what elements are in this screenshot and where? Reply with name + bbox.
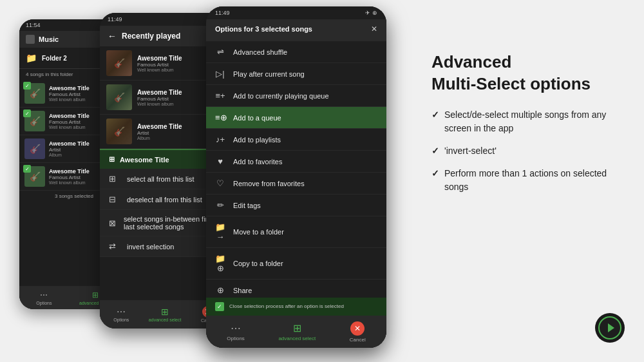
copy-folder-icon: 📁⊕ bbox=[215, 254, 225, 273]
front-cancel-label: Cancel bbox=[350, 337, 366, 343]
add-queue-item[interactable]: ≡+ Add to currently playing queue bbox=[206, 85, 386, 107]
feature-heading-line2: Multi-Select options bbox=[431, 74, 591, 93]
options-btn[interactable]: ⋯ Options bbox=[113, 307, 129, 322]
song-thumbnail: 🎸 bbox=[106, 119, 132, 144]
options-label: Options bbox=[113, 318, 129, 322]
front-header: Options for 3 selected songs ✕ bbox=[206, 19, 386, 41]
music-folder-icon bbox=[26, 35, 35, 44]
playlist-icon: ♪+ bbox=[215, 135, 225, 144]
front-options-icon: ⋯ bbox=[231, 322, 241, 334]
back-time: 11:54 bbox=[26, 22, 41, 28]
play-triangle-icon bbox=[608, 323, 614, 332]
close-icon[interactable]: ✕ bbox=[371, 24, 377, 33]
folder-name: Folder 2 bbox=[42, 55, 67, 62]
check-icon: ✓ bbox=[23, 110, 31, 117]
copy-folder-item[interactable]: 📁⊕ Copy to a folder bbox=[206, 248, 386, 280]
share-label: Share bbox=[233, 287, 252, 294]
play-after-icon: ▷| bbox=[215, 69, 225, 79]
remove-favorites-label: Remove from favorites bbox=[233, 180, 305, 187]
add-playlists-item[interactable]: ♪+ Add to playlists bbox=[206, 129, 386, 151]
advanced-select-icon: ⊞ bbox=[161, 307, 169, 317]
share-icon: ⊕ bbox=[215, 285, 225, 295]
feature-list: Select/de-select multiple songs from any… bbox=[431, 108, 625, 194]
add-playlists-label: Add to playlists bbox=[233, 136, 281, 144]
select-all-icon: ⊞ bbox=[109, 174, 119, 184]
song-album: Album bbox=[137, 136, 207, 140]
song-info: Awesome Title Famous Artist Well known a… bbox=[137, 55, 207, 72]
front-cancel-btn[interactable]: ✕ Cancel bbox=[350, 321, 366, 343]
advanced-shuffle-label: Advanced shuffle bbox=[233, 48, 287, 56]
add-to-queue-label: Add to a queue bbox=[233, 114, 281, 122]
heart-filled-icon: ♥ bbox=[215, 157, 225, 166]
feature-item-2: 'invert-select' bbox=[431, 144, 625, 158]
song-album: Well known album bbox=[137, 68, 207, 72]
add-queue-icon: ≡+ bbox=[215, 91, 225, 100]
front-icons: ✈ ⊕ bbox=[365, 10, 377, 16]
options-label: Options bbox=[36, 301, 52, 305]
remove-favorites-item[interactable]: ♡ Remove from favorites bbox=[206, 173, 386, 195]
phone-front: 11:49 ✈ ⊕ Options for 3 selected songs ✕… bbox=[206, 6, 386, 348]
edit-icon: ✏ bbox=[215, 200, 225, 210]
song-album: Well known album bbox=[137, 102, 207, 106]
play-after-item[interactable]: ▷| Play after current song bbox=[206, 63, 386, 85]
close-selection-bar[interactable]: ✓ Close selection process after an optio… bbox=[206, 298, 386, 316]
awesome-title-multiselect: Awesome Title bbox=[120, 156, 169, 164]
options-button[interactable]: ⋯ Options bbox=[36, 291, 52, 305]
select-icon: ⊞ bbox=[109, 155, 115, 164]
options-icon: ⋯ bbox=[117, 307, 126, 317]
front-time: 11:49 bbox=[215, 10, 230, 16]
front-options-btn[interactable]: ⋯ Options bbox=[227, 322, 245, 341]
mid-time: 11:49 bbox=[108, 16, 122, 23]
select-between-icon: ⊠ bbox=[109, 218, 116, 228]
options-title: Options for 3 selected songs bbox=[215, 25, 312, 33]
feature-heading-line1: Advanced bbox=[431, 52, 511, 71]
move-folder-label: Move to a folder bbox=[233, 228, 284, 236]
heart-outline-icon: ♡ bbox=[215, 178, 225, 188]
front-status-bar: 11:49 ✈ ⊕ bbox=[206, 6, 386, 19]
song-artist: Famous Artist bbox=[137, 62, 207, 68]
front-bottom-bar: ⋯ Options ⊞ advanced select ✕ Cancel bbox=[206, 316, 386, 348]
copy-folder-label: Copy to a folder bbox=[233, 260, 283, 267]
song-info: Awesome Title Artist Album bbox=[137, 123, 207, 140]
back-header-title: Music bbox=[39, 35, 59, 43]
close-selection-text: Close selection process after an option … bbox=[229, 303, 344, 310]
app-icon-inner bbox=[598, 316, 621, 339]
front-options-label: Options bbox=[227, 336, 245, 341]
close-selection-check: ✓ bbox=[215, 302, 224, 311]
edit-tags-item[interactable]: ✏ Edit tags bbox=[206, 195, 386, 216]
select-all-label: select all from this list bbox=[127, 175, 194, 183]
invert-icon: ⇄ bbox=[109, 242, 119, 251]
advanced-select-btn[interactable]: ⊞ advanced select bbox=[149, 307, 182, 322]
app-icon[interactable] bbox=[595, 313, 625, 343]
shuffle-icon: ⇌ bbox=[215, 47, 225, 57]
front-advanced-select-btn[interactable]: ⊞ advanced select bbox=[278, 322, 316, 341]
invert-label: invert selection bbox=[127, 243, 174, 251]
deselect-all-label: deselect all from this list bbox=[127, 196, 202, 204]
cancel-circle-icon: ✕ bbox=[350, 321, 365, 336]
feature-item-3: Perform more than 1 actions on selected … bbox=[431, 167, 625, 194]
advanced-select-label: advanced select bbox=[149, 318, 182, 322]
song-info: Awesome Title Famous Artist Well known a… bbox=[137, 89, 207, 106]
add-to-queue-item[interactable]: ≡⊕ Add to a queue bbox=[206, 107, 386, 129]
play-after-label: Play after current song bbox=[233, 70, 305, 78]
front-advanced-select-label: advanced select bbox=[278, 336, 316, 341]
add-favorites-label: Add to favorites bbox=[233, 158, 282, 166]
song-title: Awesome Title bbox=[137, 89, 207, 96]
add-favorites-item[interactable]: ♥ Add to favorites bbox=[206, 151, 386, 173]
feature-heading: Advanced Multi-Select options bbox=[431, 52, 625, 95]
add-queue-label: Add to currently playing queue bbox=[233, 92, 329, 100]
check-icon: ✓ bbox=[23, 82, 31, 90]
options-icon: ⋯ bbox=[40, 291, 48, 300]
song-artist: Artist bbox=[137, 130, 207, 136]
select-between-label: select songs in-between first last selec… bbox=[124, 215, 220, 231]
right-panel: Advanced Multi-Select options Select/de-… bbox=[431, 52, 625, 203]
advanced-shuffle-item[interactable]: ⇌ Advanced shuffle bbox=[206, 41, 386, 63]
mid-title: Recently played bbox=[122, 32, 180, 41]
check-icon: ✓ bbox=[23, 165, 31, 173]
feature-item-1: Select/de-select multiple songs from any… bbox=[431, 108, 625, 135]
move-folder-item[interactable]: 📁→ Move to a folder bbox=[206, 216, 386, 248]
song-thumbnail: 🎸 bbox=[106, 50, 132, 76]
back-arrow-icon[interactable]: ← bbox=[108, 31, 117, 41]
edit-tags-label: Edit tags bbox=[233, 202, 261, 209]
song-thumbnail: 🎸 bbox=[24, 138, 45, 159]
